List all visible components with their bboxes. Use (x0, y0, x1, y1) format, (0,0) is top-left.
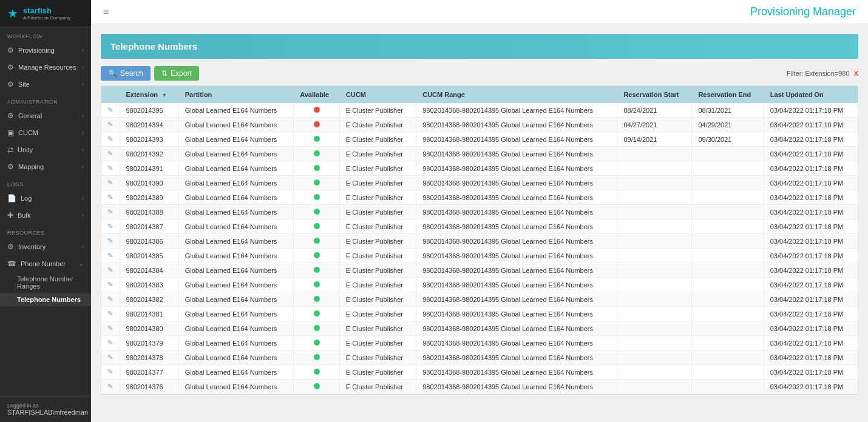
filter-clear-icon[interactable]: X (854, 70, 858, 77)
edit-icon[interactable]: ✎ (107, 193, 113, 201)
table-row: ✎9802014389Global Learned E164 NumbersE … (101, 190, 858, 205)
edit-icon[interactable]: ✎ (107, 310, 113, 317)
sidebar-item-manage-resources[interactable]: ⚙ Manage Resources › (0, 59, 91, 76)
edit-icon[interactable]: ✎ (107, 150, 113, 157)
table-row: ✎9802014376Global Learned E164 NumbersE … (101, 380, 858, 394)
export-button[interactable]: ⇅ Export (154, 66, 199, 81)
sidebar-sub-item-telephone-numbers[interactable]: Telephone Numbers (0, 293, 91, 306)
cell-extension: 9802014384 (120, 263, 178, 278)
cell-available (294, 132, 340, 147)
logo-sub: A Pareteum Company (23, 15, 70, 21)
col-extension[interactable]: Extension ▼ (120, 86, 178, 103)
edit-icon[interactable]: ✎ (107, 295, 113, 303)
available-green-dot (314, 383, 320, 389)
edit-icon[interactable]: ✎ (107, 121, 113, 128)
cell-reservation-end (692, 321, 764, 336)
cell-extension: 9802014382 (120, 292, 178, 307)
cell-last-updated: 03/04/2022 01:17:10 PM (764, 176, 858, 190)
cell-cucm: E Cluster Publisher (339, 321, 416, 336)
cell-cucm: E Cluster Publisher (339, 219, 416, 234)
cell-available (294, 234, 340, 249)
edit-icon[interactable]: ✎ (107, 353, 113, 361)
cell-reservation-end (692, 307, 764, 321)
cell-reservation-start: 08/24/2021 (617, 103, 692, 118)
cell-reservation-end (692, 176, 764, 190)
edit-icon[interactable]: ✎ (107, 179, 113, 186)
cell-extension: 9802014378 (120, 350, 178, 365)
edit-icon[interactable]: ✎ (107, 266, 113, 273)
table-row: ✎9802014387Global Learned E164 NumbersE … (101, 219, 858, 234)
sidebar-item-log-label: Log (21, 195, 32, 202)
telephone-number-ranges-label: Telephone Number Ranges (17, 275, 73, 290)
cell-cucm: E Cluster Publisher (339, 161, 416, 176)
edit-icon[interactable]: ✎ (107, 135, 113, 142)
section-logs-label: LOGS (0, 175, 91, 190)
cell-available (294, 161, 340, 176)
col-edit (101, 86, 120, 103)
cell-partition: Global Learned E164 Numbers (178, 263, 294, 278)
cell-partition: Global Learned E164 Numbers (178, 292, 294, 307)
cell-extension: 9802014388 (120, 205, 178, 219)
sidebar-item-bulk[interactable]: ✚ Bulk › (0, 207, 91, 224)
cell-available (294, 350, 340, 365)
col-available: Available (294, 86, 340, 103)
cell-last-updated: 03/04/2022 01:17:18 PM (764, 219, 858, 234)
edit-icon[interactable]: ✎ (107, 164, 113, 172)
cell-cucm: E Cluster Publisher (339, 336, 416, 350)
cell-cucm-range: 9802014368-9802014395 Global Learned E16… (416, 321, 617, 336)
table-row: ✎9802014379Global Learned E164 NumbersE … (101, 336, 858, 350)
available-red-dot (314, 121, 320, 127)
cell-last-updated: 03/04/2022 01:17:18 PM (764, 278, 858, 292)
menu-icon[interactable]: ≡ (103, 7, 109, 18)
edit-cell: ✎ (101, 161, 120, 176)
cell-last-updated: 03/04/2022 01:17:18 PM (764, 350, 858, 365)
edit-icon[interactable]: ✎ (107, 339, 113, 346)
sidebar-item-general[interactable]: ⚙ General › (0, 107, 91, 124)
cell-reservation-end (692, 263, 764, 278)
provisioning-icon: ⚙ (7, 46, 14, 55)
available-green-dot (314, 354, 320, 360)
edit-icon[interactable]: ✎ (107, 252, 113, 259)
logo-icon: ★ (7, 6, 18, 21)
sidebar-item-phone-number-label: Phone Number (21, 260, 66, 267)
available-green-dot (314, 238, 320, 244)
cell-cucm-range: 9802014368-9802014395 Global Learned E16… (416, 147, 617, 161)
edit-icon[interactable]: ✎ (107, 208, 113, 215)
sidebar-item-provisioning[interactable]: ⚙ Provisioning › (0, 42, 91, 59)
search-icon: 🔍 (108, 69, 117, 78)
cell-partition: Global Learned E164 Numbers (178, 205, 294, 219)
cell-cucm-range: 9802014368-9802014395 Global Learned E16… (416, 307, 617, 321)
table-row: ✎9802014380Global Learned E164 NumbersE … (101, 321, 858, 336)
cell-cucm: E Cluster Publisher (339, 234, 416, 249)
cell-reservation-end (692, 205, 764, 219)
edit-icon[interactable]: ✎ (107, 281, 113, 288)
edit-icon[interactable]: ✎ (107, 324, 113, 332)
edit-icon[interactable]: ✎ (107, 368, 113, 375)
sidebar-item-log[interactable]: 📄 Log › (0, 190, 91, 207)
chevron-right-icon: › (82, 47, 84, 53)
sidebar-item-mapping[interactable]: ⚙ Mapping › (0, 158, 91, 175)
sidebar-item-site[interactable]: ⚙ Site › (0, 76, 91, 93)
edit-icon[interactable]: ✎ (107, 237, 113, 244)
cell-extension: 9802014392 (120, 147, 178, 161)
sidebar-sub-item-telephone-number-ranges[interactable]: Telephone Number Ranges (0, 272, 91, 293)
edit-icon[interactable]: ✎ (107, 106, 113, 113)
sidebar-item-inventory[interactable]: ⚙ Inventory › (0, 238, 91, 255)
cell-extension: 9802014379 (120, 336, 178, 350)
cell-available (294, 147, 340, 161)
sidebar-item-unity[interactable]: ⇄ Unity › (0, 141, 91, 158)
cell-cucm: E Cluster Publisher (339, 350, 416, 365)
search-button[interactable]: 🔍 Search (101, 66, 151, 81)
sidebar-item-mapping-label: Mapping (18, 163, 44, 170)
edit-icon[interactable]: ✎ (107, 383, 113, 390)
sidebar-item-phone-number[interactable]: ☎ Phone Number ⌄ (0, 255, 91, 272)
cell-cucm-range: 9802014368-9802014395 Global Learned E16… (416, 219, 617, 234)
site-icon: ⚙ (7, 80, 14, 89)
sidebar-item-cucm[interactable]: ▣ CUCM › (0, 124, 91, 141)
cell-cucm: E Cluster Publisher (339, 365, 416, 380)
cell-last-updated: 03/04/2022 01:17:18 PM (764, 292, 858, 307)
available-green-dot (314, 194, 320, 200)
cell-reservation-start (617, 263, 692, 278)
edit-icon[interactable]: ✎ (107, 223, 113, 230)
unity-icon: ⇄ (7, 146, 13, 154)
